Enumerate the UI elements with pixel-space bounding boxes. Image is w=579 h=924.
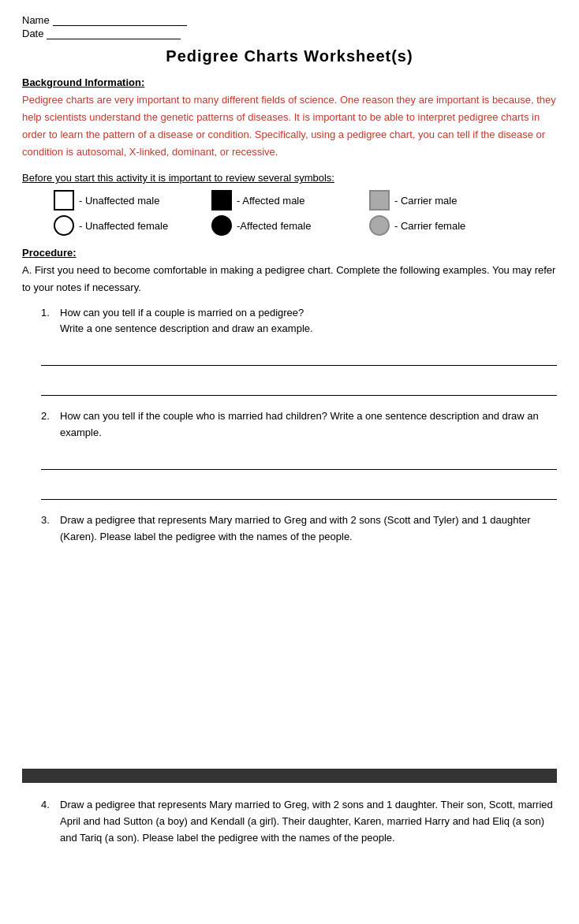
- q2-answer-line-1[interactable]: [41, 448, 557, 470]
- date-field-row: Date: [22, 28, 557, 39]
- procedure-header: Procedure:: [22, 247, 557, 259]
- page-separator-bar: [22, 769, 557, 783]
- carrier-female-label: - Carrier female: [394, 220, 465, 232]
- date-label: Date: [22, 28, 43, 39]
- question-1-text: 1. How can you tell if a couple is marri…: [41, 305, 557, 338]
- date-underline[interactable]: [47, 28, 181, 39]
- affected-female-icon: [211, 215, 232, 236]
- q4-body: Draw a pedigree that represents Mary mar…: [60, 797, 557, 846]
- q1-answer-line-1[interactable]: [41, 344, 557, 366]
- q3-num: 3.: [41, 512, 57, 546]
- carrier-male-symbol: - Carrier male: [369, 190, 527, 211]
- q2-answer-line-2[interactable]: [41, 478, 557, 500]
- question-2-block: 2. How can you tell if the couple who is…: [41, 408, 557, 500]
- unaffected-female-icon: [54, 215, 74, 236]
- q3-body: Draw a pedigree that represents Mary mar…: [60, 512, 557, 546]
- background-header: Background Information:: [22, 76, 557, 88]
- name-label: Name: [22, 14, 50, 26]
- affected-male-icon: [211, 190, 232, 211]
- affected-male-symbol: - Affected male: [211, 190, 369, 211]
- q1-body: How can you tell if a couple is married …: [60, 305, 313, 338]
- question-2-text: 2. How can you tell if the couple who is…: [41, 408, 557, 442]
- affected-female-label: -Affected female: [237, 220, 311, 232]
- background-text: Pedigree charts are very important to ma…: [22, 91, 557, 161]
- carrier-male-icon: [369, 190, 390, 211]
- symbols-row-2: - Unaffected female -Affected female - C…: [54, 215, 557, 236]
- q1-answer-line-2[interactable]: [41, 374, 557, 396]
- name-underline[interactable]: [53, 15, 187, 26]
- q3-drawing-area[interactable]: [41, 550, 557, 754]
- page-title: Pedigree Charts Worksheet(s): [22, 47, 557, 65]
- unaffected-female-label: - Unaffected female: [79, 220, 168, 232]
- affected-female-symbol: -Affected female: [211, 215, 369, 236]
- q2-body: How can you tell if the couple who is ma…: [60, 408, 557, 442]
- carrier-female-icon: [369, 215, 390, 236]
- carrier-male-label: - Carrier male: [394, 195, 457, 207]
- name-field-row: Name: [22, 14, 557, 26]
- carrier-female-symbol: - Carrier female: [369, 215, 527, 236]
- question-4-block: 4. Draw a pedigree that represents Mary …: [41, 797, 557, 846]
- symbols-header: Before you start this activity it is imp…: [22, 172, 557, 184]
- unaffected-male-label: - Unaffected male: [79, 195, 159, 207]
- q1-num: 1.: [41, 305, 57, 338]
- unaffected-female-symbol: - Unaffected female: [54, 215, 211, 236]
- q1-main: How can you tell if a couple is married …: [60, 307, 304, 319]
- background-section: Background Information: Pedigree charts …: [22, 76, 557, 161]
- question-4-text: 4. Draw a pedigree that represents Mary …: [41, 797, 557, 846]
- affected-male-label: - Affected male: [237, 195, 304, 207]
- procedure-section: Procedure: A. First you need to become c…: [22, 247, 557, 296]
- unaffected-male-symbol: - Unaffected male: [54, 190, 211, 211]
- unaffected-male-icon: [54, 190, 74, 211]
- symbols-grid: - Unaffected male - Affected male - Carr…: [54, 190, 557, 236]
- symbols-row-1: - Unaffected male - Affected male - Carr…: [54, 190, 557, 211]
- question-1-block: 1. How can you tell if a couple is marri…: [41, 305, 557, 397]
- q1-sub: Write a one sentence description and dra…: [60, 322, 313, 334]
- q4-num: 4.: [41, 797, 57, 846]
- question-3-text: 3. Draw a pedigree that represents Mary …: [41, 512, 557, 546]
- procedure-intro: A. First you need to become comfortable …: [22, 262, 557, 296]
- q2-num: 2.: [41, 408, 57, 442]
- question-3-block: 3. Draw a pedigree that represents Mary …: [41, 512, 557, 755]
- name-date-section: Name Date: [22, 14, 557, 39]
- q1-answer-lines: [41, 344, 557, 396]
- q2-answer-lines: [41, 448, 557, 500]
